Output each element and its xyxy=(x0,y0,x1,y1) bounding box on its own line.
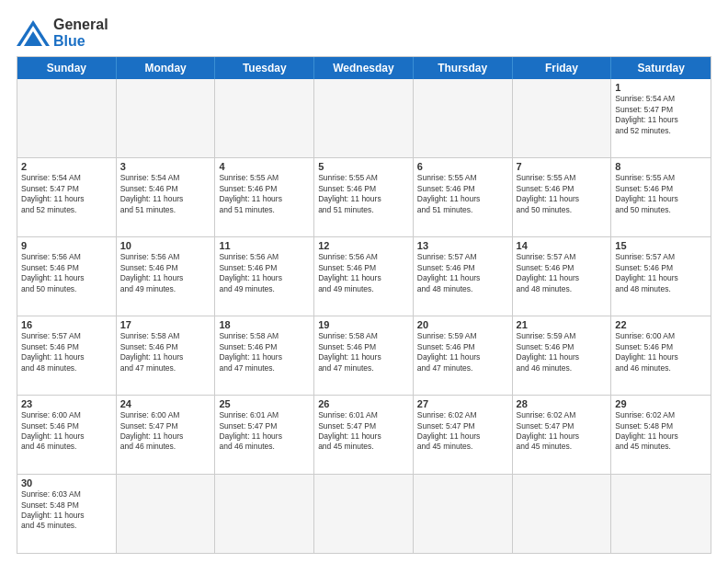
calendar-cell xyxy=(513,79,612,157)
calendar-cell xyxy=(215,79,314,157)
calendar-cell: 5Sunrise: 5:55 AM Sunset: 5:46 PM Daylig… xyxy=(314,158,414,236)
calendar-cell xyxy=(17,79,117,157)
day-info: Sunrise: 5:56 AM Sunset: 5:46 PM Dayligh… xyxy=(120,252,211,294)
day-number: 20 xyxy=(417,319,508,330)
header: General Blue xyxy=(17,17,711,49)
calendar-cell xyxy=(117,79,216,157)
calendar-cell: 7Sunrise: 5:55 AM Sunset: 5:46 PM Daylig… xyxy=(513,158,612,236)
calendar-cell: 17Sunrise: 5:58 AM Sunset: 5:46 PM Dayli… xyxy=(117,316,216,395)
day-number: 14 xyxy=(517,240,608,251)
calendar-cell: 26Sunrise: 6:01 AM Sunset: 5:47 PM Dayli… xyxy=(314,396,414,474)
calendar-cell: 14Sunrise: 5:57 AM Sunset: 5:46 PM Dayli… xyxy=(513,237,612,316)
day-info: Sunrise: 5:54 AM Sunset: 5:47 PM Dayligh… xyxy=(21,173,112,215)
logo-text: General Blue xyxy=(53,17,108,49)
calendar-cell: 6Sunrise: 5:55 AM Sunset: 5:46 PM Daylig… xyxy=(414,158,513,236)
day-info: Sunrise: 5:56 AM Sunset: 5:46 PM Dayligh… xyxy=(21,252,112,294)
day-number: 27 xyxy=(417,398,508,409)
day-info: Sunrise: 6:02 AM Sunset: 5:48 PM Dayligh… xyxy=(615,410,707,453)
calendar-body: 1Sunrise: 5:54 AM Sunset: 5:47 PM Daylig… xyxy=(17,79,711,553)
calendar-cell: 2Sunrise: 5:54 AM Sunset: 5:47 PM Daylig… xyxy=(17,158,117,236)
header-day-friday: Friday xyxy=(513,57,612,79)
calendar-cell: 10Sunrise: 5:56 AM Sunset: 5:46 PM Dayli… xyxy=(117,237,216,316)
day-number: 9 xyxy=(21,240,112,251)
day-number: 7 xyxy=(517,161,608,172)
calendar-cell xyxy=(215,475,314,553)
day-info: Sunrise: 5:55 AM Sunset: 5:46 PM Dayligh… xyxy=(417,173,508,215)
day-info: Sunrise: 5:54 AM Sunset: 5:47 PM Dayligh… xyxy=(615,94,707,136)
calendar-cell: 12Sunrise: 5:56 AM Sunset: 5:46 PM Dayli… xyxy=(314,237,414,316)
day-number: 30 xyxy=(21,477,112,488)
day-info: Sunrise: 6:00 AM Sunset: 5:46 PM Dayligh… xyxy=(21,410,112,453)
day-number: 4 xyxy=(219,161,310,172)
day-info: Sunrise: 5:55 AM Sunset: 5:46 PM Dayligh… xyxy=(219,173,310,215)
day-number: 10 xyxy=(120,240,211,251)
day-number: 16 xyxy=(21,319,112,330)
header-day-saturday: Saturday xyxy=(611,57,711,79)
calendar-cell: 8Sunrise: 5:55 AM Sunset: 5:46 PM Daylig… xyxy=(611,158,711,236)
day-number: 15 xyxy=(615,240,707,251)
calendar-week-1: 1Sunrise: 5:54 AM Sunset: 5:47 PM Daylig… xyxy=(17,79,711,157)
calendar-week-3: 9Sunrise: 5:56 AM Sunset: 5:46 PM Daylig… xyxy=(17,236,711,316)
day-info: Sunrise: 6:01 AM Sunset: 5:47 PM Dayligh… xyxy=(318,410,409,453)
day-number: 23 xyxy=(21,398,112,409)
calendar-cell: 20Sunrise: 5:59 AM Sunset: 5:46 PM Dayli… xyxy=(414,316,513,395)
calendar-cell: 15Sunrise: 5:57 AM Sunset: 5:46 PM Dayli… xyxy=(611,237,711,316)
day-number: 5 xyxy=(318,161,409,172)
day-info: Sunrise: 5:57 AM Sunset: 5:46 PM Dayligh… xyxy=(21,331,112,373)
header-day-sunday: Sunday xyxy=(17,57,117,79)
calendar-week-4: 16Sunrise: 5:57 AM Sunset: 5:46 PM Dayli… xyxy=(17,316,711,395)
day-number: 6 xyxy=(417,161,508,172)
calendar-cell: 28Sunrise: 6:02 AM Sunset: 5:47 PM Dayli… xyxy=(513,396,612,474)
calendar-week-2: 2Sunrise: 5:54 AM Sunset: 5:47 PM Daylig… xyxy=(17,157,711,236)
day-info: Sunrise: 5:57 AM Sunset: 5:46 PM Dayligh… xyxy=(517,252,608,294)
calendar-cell xyxy=(414,79,513,157)
day-number: 11 xyxy=(219,240,310,251)
day-info: Sunrise: 6:02 AM Sunset: 5:47 PM Dayligh… xyxy=(517,410,608,453)
calendar-cell xyxy=(314,79,414,157)
calendar: SundayMondayTuesdayWednesdayThursdayFrid… xyxy=(17,56,711,554)
calendar-cell: 23Sunrise: 6:00 AM Sunset: 5:46 PM Dayli… xyxy=(17,396,117,474)
calendar-cell: 19Sunrise: 5:58 AM Sunset: 5:46 PM Dayli… xyxy=(314,316,414,395)
day-number: 12 xyxy=(318,240,409,251)
logo-icon xyxy=(17,20,50,46)
calendar-cell: 30Sunrise: 6:03 AM Sunset: 5:48 PM Dayli… xyxy=(17,475,117,553)
calendar-cell: 21Sunrise: 5:59 AM Sunset: 5:46 PM Dayli… xyxy=(513,316,612,395)
calendar-cell xyxy=(314,475,414,553)
day-info: Sunrise: 5:55 AM Sunset: 5:46 PM Dayligh… xyxy=(318,173,409,215)
calendar-cell: 11Sunrise: 5:56 AM Sunset: 5:46 PM Dayli… xyxy=(215,237,314,316)
header-day-monday: Monday xyxy=(117,57,216,79)
calendar-cell xyxy=(414,475,513,553)
day-number: 18 xyxy=(219,319,310,330)
day-number: 29 xyxy=(615,398,707,409)
day-info: Sunrise: 5:56 AM Sunset: 5:46 PM Dayligh… xyxy=(318,252,409,294)
day-number: 13 xyxy=(417,240,508,251)
calendar-cell: 22Sunrise: 6:00 AM Sunset: 5:46 PM Dayli… xyxy=(611,316,711,395)
day-number: 19 xyxy=(318,319,409,330)
calendar-week-6: 30Sunrise: 6:03 AM Sunset: 5:48 PM Dayli… xyxy=(17,474,711,553)
day-number: 8 xyxy=(615,161,707,172)
header-day-tuesday: Tuesday xyxy=(215,57,314,79)
day-number: 3 xyxy=(120,161,211,172)
calendar-cell: 1Sunrise: 5:54 AM Sunset: 5:47 PM Daylig… xyxy=(611,79,711,157)
day-info: Sunrise: 5:57 AM Sunset: 5:46 PM Dayligh… xyxy=(417,252,508,294)
calendar-cell: 25Sunrise: 6:01 AM Sunset: 5:47 PM Dayli… xyxy=(215,396,314,474)
day-info: Sunrise: 5:59 AM Sunset: 5:46 PM Dayligh… xyxy=(517,331,608,373)
calendar-cell: 3Sunrise: 5:54 AM Sunset: 5:46 PM Daylig… xyxy=(117,158,216,236)
calendar-cell: 13Sunrise: 5:57 AM Sunset: 5:46 PM Dayli… xyxy=(414,237,513,316)
calendar-cell: 4Sunrise: 5:55 AM Sunset: 5:46 PM Daylig… xyxy=(215,158,314,236)
calendar-header: SundayMondayTuesdayWednesdayThursdayFrid… xyxy=(17,57,711,79)
day-info: Sunrise: 6:03 AM Sunset: 5:48 PM Dayligh… xyxy=(21,489,112,532)
day-info: Sunrise: 5:57 AM Sunset: 5:46 PM Dayligh… xyxy=(615,252,707,294)
day-info: Sunrise: 6:01 AM Sunset: 5:47 PM Dayligh… xyxy=(219,410,310,453)
calendar-cell xyxy=(611,475,711,553)
day-number: 26 xyxy=(318,398,409,409)
calendar-cell: 9Sunrise: 5:56 AM Sunset: 5:46 PM Daylig… xyxy=(17,237,117,316)
day-info: Sunrise: 5:58 AM Sunset: 5:46 PM Dayligh… xyxy=(318,331,409,373)
day-info: Sunrise: 6:02 AM Sunset: 5:47 PM Dayligh… xyxy=(417,410,508,453)
day-info: Sunrise: 5:55 AM Sunset: 5:46 PM Dayligh… xyxy=(517,173,608,215)
day-number: 25 xyxy=(219,398,310,409)
day-number: 22 xyxy=(615,319,707,330)
calendar-cell xyxy=(513,475,612,553)
day-info: Sunrise: 5:58 AM Sunset: 5:46 PM Dayligh… xyxy=(120,331,211,373)
day-number: 28 xyxy=(517,398,608,409)
